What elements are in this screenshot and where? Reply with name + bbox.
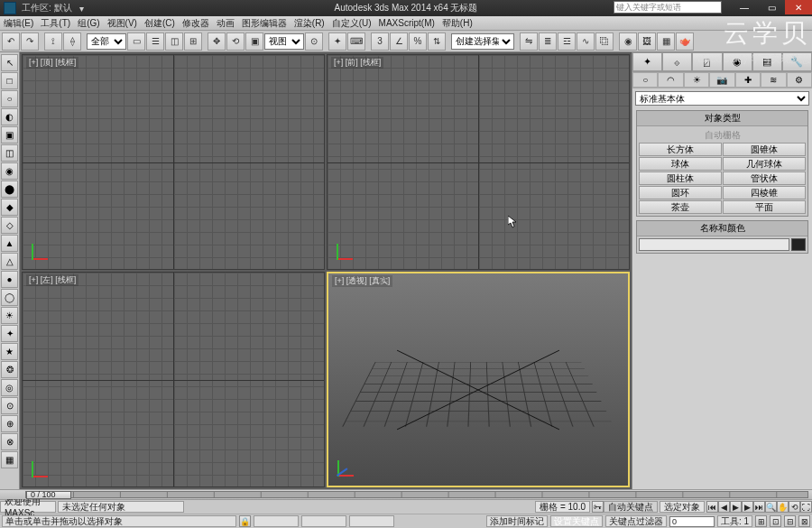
play-end-button[interactable]: ⏭ [753,501,765,513]
object-name-input[interactable] [639,238,789,251]
menu-tools[interactable]: 工具(T) [41,17,70,30]
sub-geometry[interactable]: ○ [632,72,658,88]
play-start-button[interactable]: ⏮ [706,501,718,513]
lt-8[interactable]: ◆ [1,199,18,216]
minimize-button[interactable]: — [731,0,758,14]
render-setup-button[interactable]: 🖼 [638,32,656,51]
menu-create[interactable]: 创建(C) [144,17,175,30]
play-prev-button[interactable]: ◀ [718,501,730,513]
viewport-left[interactable]: [+] [左] [线框] [22,272,325,487]
spinner-snap-button[interactable]: ⇅ [428,32,446,51]
scale-button[interactable]: ▣ [245,32,263,51]
menu-graph[interactable]: 图形编辑器 [242,17,287,30]
rotate-button[interactable]: ⟲ [226,32,245,51]
lt-12[interactable]: ● [1,271,18,288]
menu-animation[interactable]: 动画 [217,17,235,30]
primitive-geosphere[interactable]: 几何球体 [723,157,806,171]
maximize-button[interactable]: ▭ [758,0,785,14]
sub-shapes[interactable]: ◠ [658,72,683,88]
primitive-teapot[interactable]: 茶壶 [639,200,722,214]
viewport-top[interactable]: [+] [顶] [线框] [22,54,325,270]
sub-lights[interactable]: ☀ [684,72,709,88]
viewport-front[interactable]: [+] [前] [线框] [327,54,630,270]
close-button[interactable]: ✕ [785,0,812,14]
menu-modifiers[interactable]: 修改器 [182,17,209,30]
sub-cameras[interactable]: 📷 [709,72,734,88]
select-manipulate-button[interactable]: ✦ [328,32,346,51]
set-key-button[interactable]: 设置关键点 [550,515,603,527]
redo-button[interactable]: ↷ [21,32,39,51]
nav-d-button[interactable]: ⊠ [798,515,810,527]
tab-hierarchy[interactable]: ⍁ [692,52,722,71]
primitive-pyramid[interactable]: 四棱锥 [723,186,806,199]
ref-coord-dropdown[interactable]: 视图 [264,33,304,50]
lt-20[interactable]: ⊕ [1,415,18,432]
primitive-torus[interactable]: 圆环 [639,186,722,199]
unlink-button[interactable]: ⟠ [63,32,81,51]
lt-6[interactable]: ◉ [1,162,18,180]
object-color-swatch[interactable] [791,238,806,251]
menu-edit[interactable]: 编辑(E) [4,17,33,30]
tab-create[interactable]: ✦ [632,52,662,71]
workspace-label[interactable]: 工作区: 默认 [22,2,72,14]
lt-16[interactable]: ★ [1,343,18,360]
lt-2[interactable]: ○ [1,90,18,107]
tab-motion[interactable]: ◉ [723,52,752,71]
lt-9[interactable]: ◇ [1,217,18,234]
render-button[interactable]: 🫖 [676,32,694,51]
layer-button[interactable]: ☲ [558,32,576,51]
select-object-button[interactable]: ▭ [127,32,145,51]
autogrid-checkbox[interactable]: 自动栅格 [639,128,806,143]
sub-spacewarp[interactable]: ≋ [761,72,786,88]
lock-selection-icon[interactable]: 🔒 [239,515,251,527]
autokey-button[interactable]: 自动关键点 [604,501,658,513]
material-editor-button[interactable]: ◉ [619,32,637,51]
selection-filter-dropdown[interactable]: 全部 [87,33,126,50]
coord-y[interactable] [301,515,346,527]
app-icon[interactable] [4,2,16,14]
category-dropdown[interactable]: 标准基本体 [635,91,809,106]
primitive-cone[interactable]: 圆锥体 [723,143,806,156]
nav-zoom-button[interactable]: 🔍 [765,501,777,513]
nav-pan-button[interactable]: ✋ [777,501,789,513]
frame-spinner[interactable]: 0 [669,516,715,527]
primitive-sphere[interactable]: 球体 [639,157,722,171]
lt-15[interactable]: ✦ [1,325,18,342]
key-filters-button[interactable]: 关键点过滤器 [605,515,667,527]
help-search-input[interactable]: 键入关键字或短语 [614,1,722,14]
select-by-name-button[interactable]: ☰ [146,32,164,51]
menu-maxscript[interactable]: MAXScript(M) [379,18,435,28]
selection-lock[interactable]: 选定对象 [660,501,705,513]
menu-custom[interactable]: 自定义(U) [332,17,372,30]
named-selection-dropdown[interactable]: 创建选择集 [451,33,514,50]
lt-10[interactable]: ▲ [1,235,18,252]
lt-3[interactable]: ◐ [1,108,18,125]
move-button[interactable]: ✥ [208,32,226,51]
mirror-button[interactable]: ⇋ [520,32,538,51]
nav-max-button[interactable]: ⛶ [800,501,812,513]
lt-19[interactable]: ⊙ [1,397,18,414]
nav-b-button[interactable]: ⊡ [770,515,781,527]
viewport-perspective[interactable]: [+] [透视] [真实] [327,272,630,487]
lt-4[interactable]: ▣ [1,126,18,144]
percent-snap-button[interactable]: % [409,32,427,51]
rollout-object-type[interactable]: 对象类型 [637,111,807,126]
lt-14[interactable]: ☀ [1,307,18,324]
tab-display[interactable]: ▤ [752,52,782,71]
curve-editor-button[interactable]: ∿ [577,32,595,51]
tab-utilities[interactable]: 🔧 [782,52,812,71]
primitive-box[interactable]: 长方体 [639,143,722,156]
menu-help[interactable]: 帮助(H) [442,17,473,30]
menu-render[interactable]: 渲染(R) [294,17,325,30]
sub-helpers[interactable]: ✚ [735,72,761,88]
use-pivot-button[interactable]: ⊙ [305,32,323,51]
link-button[interactable]: ⟟ [44,32,62,51]
coord-x[interactable] [254,515,299,527]
lt-21[interactable]: ⊗ [1,433,18,450]
nav-a-button[interactable]: ⊞ [755,515,767,527]
lt-13[interactable]: ◯ [1,289,18,306]
nav-c-button[interactable]: ⊟ [784,515,796,527]
schematic-button[interactable]: ⿻ [595,32,614,51]
menu-views[interactable]: 视图(V) [107,17,137,30]
lt-22[interactable]: ▦ [1,451,18,468]
